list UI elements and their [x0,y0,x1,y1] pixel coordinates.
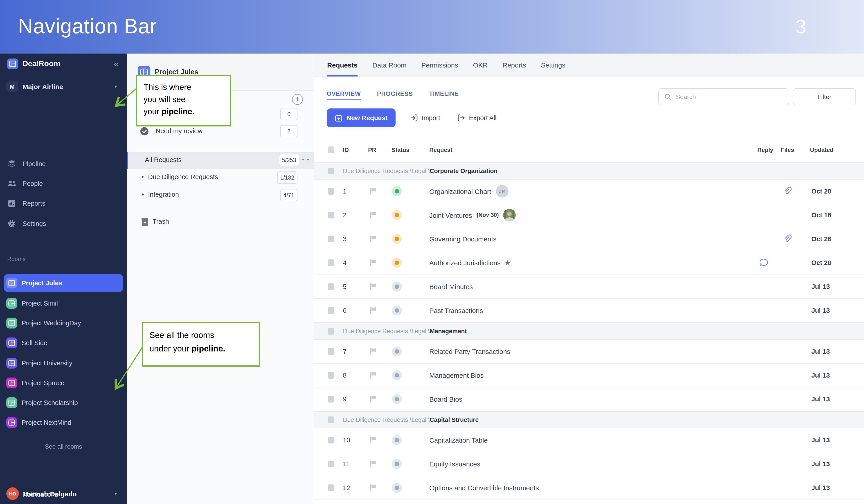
paperclip-icon[interactable] [782,186,792,196]
flag-icon[interactable] [369,259,377,267]
table-row[interactable]: 11 Equity Issuances Jul 13 [314,452,864,476]
table-row[interactable]: 7 Related Party Transactions Jul 13 [314,340,864,363]
row-checkbox[interactable] [328,283,334,290]
add-list-button[interactable]: + [292,94,303,105]
tab-data-room[interactable]: Data Room [372,53,407,76]
bar-chart-icon [7,199,16,208]
status-dot-gray[interactable] [392,394,402,404]
row-checkbox[interactable] [328,212,334,218]
request-cell: Options and Convertible Instruments [429,484,539,492]
table-row[interactable]: 12 Options and Convertible Instruments J… [314,476,864,500]
subtab-timeline[interactable]: TIMELINE [429,91,459,97]
import-icon [410,114,418,122]
import-label: Import [422,114,440,121]
flag-icon[interactable] [369,283,377,291]
new-request-button[interactable]: New Request [327,108,396,127]
sidebar-item-people[interactable]: People [0,176,127,192]
status-dot-gray[interactable] [392,483,402,493]
tab-okr[interactable]: OKR [473,53,488,76]
table-row[interactable]: 2 Joint Ventures (Nov 30) Oct 18 [314,203,864,227]
table-row[interactable]: 8 Management Bios Jul 13 [314,363,864,387]
subtab-progress[interactable]: PROGRESS [377,91,413,97]
status-dot-gray[interactable] [392,435,402,445]
table-row[interactable]: 3 Governing Documents Oct 26 [314,227,864,251]
group-checkbox[interactable] [328,417,334,423]
row-checkbox[interactable] [328,372,334,379]
status-dot-gray[interactable] [392,282,402,291]
paperclip-icon[interactable] [782,234,792,244]
row-checkbox[interactable] [328,260,334,266]
sidebar-room-project-simil[interactable]: Project Simil [0,294,127,312]
trash-item[interactable]: Trash [127,216,314,229]
table-row[interactable]: 6 Past Transactions Jul 13 [314,299,864,323]
chevron-right-icon[interactable]: ▸ [142,174,144,180]
flag-icon[interactable] [369,347,377,356]
row-checkbox[interactable] [328,484,334,491]
table-row[interactable]: 1 Organizational Chart JR Oct 20 [314,180,864,203]
table-row[interactable]: 5 Board Minutes Jul 13 [314,275,864,299]
sidebar-room-project-jules[interactable]: Project Jules [0,274,127,292]
search-input[interactable] [675,93,783,101]
flag-icon[interactable] [369,436,377,444]
status-dot-gray[interactable] [392,347,402,357]
sidebar-item-settings[interactable]: Settings [0,216,127,232]
assignee-avatar: JR [496,185,508,197]
table-row[interactable]: 4 Authorized Jurisdictions ★ Oct 20 [314,251,864,275]
sidebar-room-project-nextmind[interactable]: Project NextMind [0,413,127,432]
status-dot-amber[interactable] [392,258,402,268]
flag-icon[interactable] [369,211,377,219]
group-checkbox[interactable] [328,168,334,175]
tab-requests[interactable]: Requests [327,53,358,76]
collapse-sidebar-icon[interactable]: « [114,59,119,69]
reply-bubble-icon[interactable] [759,258,769,268]
status-dot-gray[interactable] [392,370,402,380]
flag-icon[interactable] [369,307,377,314]
flag-icon[interactable] [369,235,377,243]
sidebar-item-reports[interactable]: Reports [0,195,127,212]
table-row[interactable]: 9 Board Bios Jul 13 [314,387,864,411]
flag-icon[interactable] [369,484,377,492]
row-checkbox[interactable] [328,460,334,467]
import-button[interactable]: Import [407,113,443,122]
status-dot-amber[interactable] [392,210,402,220]
tab-settings[interactable]: Settings [541,53,565,76]
see-all-rooms-link[interactable]: See all rooms [0,443,127,450]
table-row[interactable]: 10 Capitalization Table Jul 13 [314,429,864,452]
row-checkbox[interactable] [328,348,334,355]
tab-reports[interactable]: Reports [502,53,526,76]
flag-icon[interactable] [369,371,377,379]
sidebar-room-project-weddingday[interactable]: Project WeddingDay [0,314,127,332]
flag-icon[interactable] [369,460,377,468]
filter-button[interactable]: Filter [793,88,856,105]
star-icon[interactable]: ★ [504,258,511,267]
row-checkbox[interactable] [328,236,334,242]
subtab-overview[interactable]: OVERVIEW [327,91,361,97]
select-all-checkbox[interactable] [328,146,334,153]
status-dot-gray[interactable] [392,459,402,469]
org-switcher[interactable]: M Major Airline ▾ [0,77,127,95]
sidebar-room-sell-side[interactable]: Sell Side [0,334,127,352]
row-checkbox[interactable] [328,396,334,403]
flag-icon[interactable] [369,395,377,403]
user-menu[interactable]: HD Hannah Delgado ▾ [0,483,127,504]
row-checkbox[interactable] [328,188,334,195]
search-field[interactable] [658,88,789,105]
sidebar-room-project-university[interactable]: Project University [0,354,127,372]
status-dot-gray[interactable] [392,305,402,315]
need-my-review-label: Need my review [156,127,203,134]
sidebar-room-project-spruce[interactable]: Project Spruce [0,374,127,392]
room-icon [6,318,17,328]
row-checkbox[interactable] [328,437,334,443]
sidebar-item-pipeline[interactable]: Pipeline [0,156,127,172]
chevron-right-icon[interactable]: ▸ [142,191,144,197]
group-checkbox[interactable] [328,328,334,335]
request-title: Board Minutes [429,283,473,290]
tab-permissions[interactable]: Permissions [421,53,458,76]
room-icon [6,337,17,348]
status-dot-green[interactable] [392,186,402,196]
sidebar-room-project-scholarship[interactable]: Project Scholarship [0,394,127,412]
row-checkbox[interactable] [328,307,334,314]
status-dot-amber[interactable] [392,234,402,244]
export-all-button[interactable]: Export All [455,113,499,122]
flag-icon[interactable] [369,187,377,195]
